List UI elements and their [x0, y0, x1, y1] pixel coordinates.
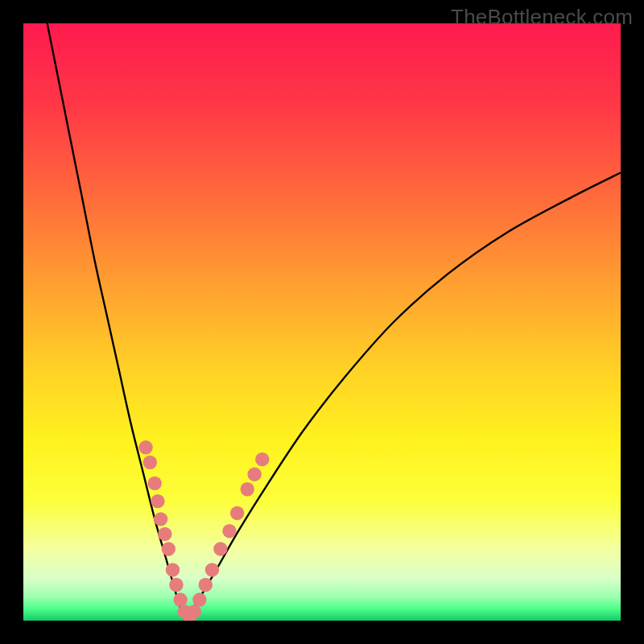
data-point: [255, 452, 269, 466]
data-point: [188, 605, 201, 618]
plot-area: [23, 23, 621, 621]
curve-branch: [184, 173, 621, 621]
data-point: [230, 506, 244, 520]
data-point: [173, 592, 187, 606]
chart-svg: [23, 23, 621, 621]
data-point: [166, 563, 180, 576]
data-point: [138, 440, 152, 454]
data-point: [154, 512, 167, 526]
data-point: [143, 456, 157, 469]
data-point: [151, 494, 164, 508]
data-point: [148, 477, 162, 490]
data-point: [241, 482, 254, 496]
data-point: [169, 578, 183, 592]
watermark-text: TheBottleneck.com: [451, 5, 633, 30]
data-point: [222, 524, 236, 538]
data-point: [205, 563, 219, 576]
data-point: [213, 542, 227, 555]
bottleneck-curve: [47, 23, 621, 621]
data-point: [192, 592, 206, 606]
data-point: [158, 527, 171, 541]
data-point: [199, 578, 213, 592]
data-point: [162, 542, 175, 555]
data-point: [247, 468, 261, 481]
